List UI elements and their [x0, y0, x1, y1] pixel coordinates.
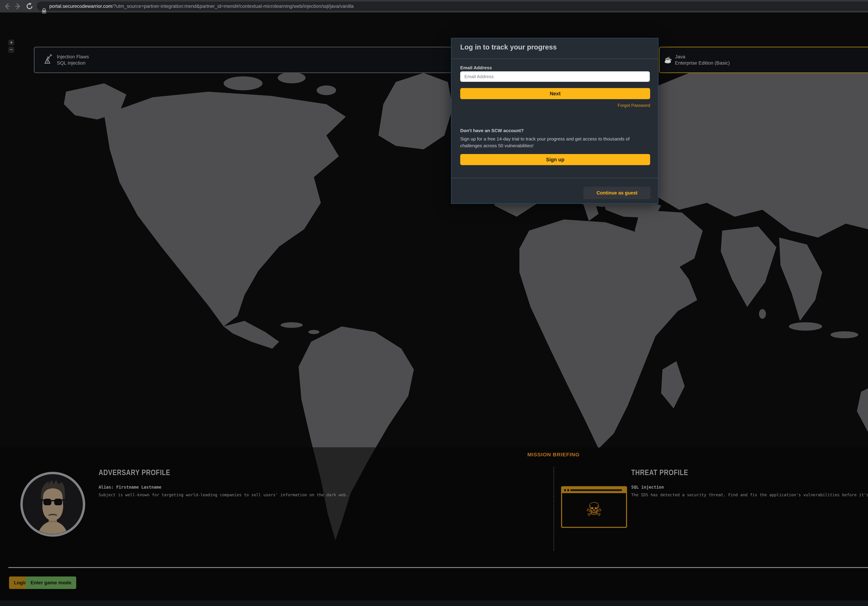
adversary-description: Subject is well-known for targeting worl… — [99, 493, 348, 497]
back-icon[interactable] — [3, 2, 11, 11]
vulnerability-name: SQL injection — [57, 60, 89, 66]
mission-briefing-title: MISSION BRIEFING — [484, 451, 623, 457]
threat-window-titlebar — [562, 487, 626, 493]
map-australia — [857, 372, 868, 457]
threat-description: The IDS has detected a security threat. … — [631, 493, 868, 497]
adversary-avatar — [20, 471, 85, 540]
java-coffee-icon: ☕ — [662, 56, 674, 64]
login-modal: Log in to track your progress Email Addr… — [451, 38, 659, 204]
signup-text: Sign up for a free 14-day trial to track… — [460, 136, 651, 149]
enter-game-mode-button[interactable]: Enter game mode — [26, 577, 76, 589]
language-name: Java — [675, 54, 730, 60]
url-text: portal.securecodewarrior.com/?utm_source… — [49, 2, 868, 10]
signup-heading: Don't have an SCW account? — [460, 128, 524, 133]
language-edition: Enterprise Edition (Basic) — [675, 60, 730, 66]
threat-profile-heading: THREAT PROFILE — [631, 468, 688, 477]
toolbar-divider — [0, 12, 868, 13]
injection-syringe-icon — [42, 53, 53, 67]
adversary-profile-heading: ADVERSARY PROFILE — [99, 468, 170, 477]
footer-strip — [0, 600, 868, 604]
briefing-dashed-line — [553, 467, 554, 551]
continue-as-guest-button[interactable]: Continue as guest — [583, 187, 651, 199]
lock-icon — [42, 3, 46, 16]
forward-icon[interactable] — [14, 2, 22, 11]
map-attribution: This map is based on public domain map d… — [0, 594, 868, 598]
language-selector[interactable]: ☕ Java Enterprise Edition (Basic) REMEMB… — [659, 47, 868, 73]
forgot-password-link[interactable]: Forgot Password — [460, 103, 650, 108]
footer-strip-bottom — [0, 604, 868, 606]
modal-footer-divider — [451, 178, 658, 178]
threat-skull-window: ☠ — [561, 486, 627, 528]
map-north-america — [104, 92, 346, 327]
adversary-alias: Alias: Firstname Lastname — [99, 485, 161, 490]
footer-divider — [8, 567, 868, 568]
map-zoom-out-button[interactable]: − — [8, 47, 14, 53]
secure-code-warrior-portal: portal.securecodewarrior.com/?utm_source… — [0, 0, 868, 606]
signup-button[interactable]: Sign up — [460, 154, 650, 165]
modal-title: Log in to track your progress — [460, 43, 557, 51]
map-zoom-in-button[interactable]: + — [8, 40, 14, 45]
email-input[interactable] — [460, 71, 650, 82]
reload-icon[interactable] — [25, 2, 34, 11]
skull-icon: ☠ — [562, 494, 626, 525]
url-path: /?utm_source=partner-integration:mend&pa… — [112, 3, 353, 9]
map-india — [721, 226, 777, 307]
next-button[interactable]: Next — [460, 88, 650, 99]
browser-toolbar: portal.securecodewarrior.com/?utm_source… — [0, 0, 868, 12]
url-domain: portal.securecodewarrior.com — [49, 3, 112, 9]
map-greenland — [378, 73, 453, 149]
threat-name: SQL injection — [631, 485, 664, 490]
vulnerability-category: Injection Flaws — [57, 54, 89, 60]
email-label: Email Address — [460, 65, 492, 70]
url-bar[interactable]: portal.securecodewarrior.com/?utm_source… — [37, 2, 868, 11]
modal-header-divider — [451, 59, 658, 59]
